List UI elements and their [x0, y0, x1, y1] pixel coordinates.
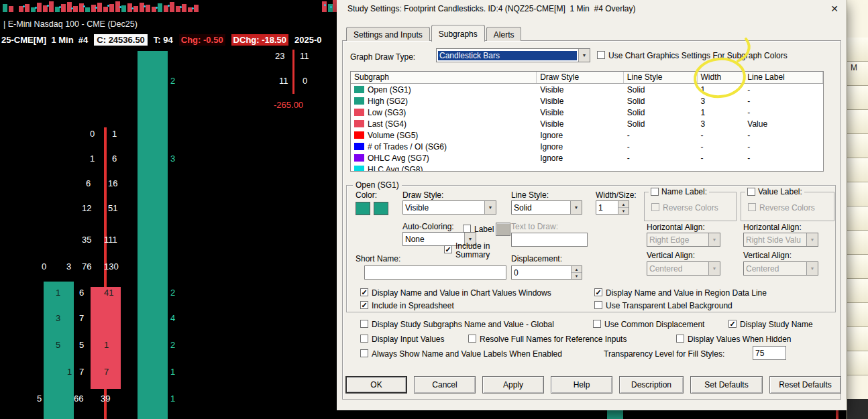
column-header-width[interactable]: Width	[698, 72, 745, 83]
side-panel-cell[interactable]	[847, 303, 868, 327]
side-panel-cell[interactable]	[847, 231, 868, 255]
label-checkbox[interactable]: Label	[463, 225, 494, 234]
side-panel-cell[interactable]	[847, 134, 868, 158]
value-horizontal-align-select[interactable]: Right Side Valu ▼	[743, 233, 818, 247]
chevron-down-icon[interactable]: ▼	[484, 201, 496, 214]
width-size-value: 1	[596, 203, 618, 213]
resolve-full-names-checkbox[interactable]: Resolve Full Names for Reference Inputs	[468, 335, 627, 344]
display-study-name-checkbox[interactable]: ✓ Display Study Name	[728, 320, 813, 329]
checkbox-box[interactable]	[360, 349, 368, 357]
reverse-colors-value-checkbox[interactable]: Reverse Colors	[748, 203, 815, 213]
displacement-spinner[interactable]: 0 ▲▼	[511, 265, 582, 280]
spinner-up-icon[interactable]: ▲	[572, 266, 582, 273]
checkbox-box[interactable]	[651, 203, 659, 211]
name-label-checkbox[interactable]	[651, 188, 659, 196]
column-header-subgraph[interactable]: Subgraph	[351, 72, 537, 83]
subgraph-row[interactable]: # of Trades / OI (SG6)Ignore---	[351, 141, 823, 152]
subgraph-table[interactable]: SubgraphDraw StyleLine StyleWidthLine La…	[350, 71, 824, 172]
display-input-values-checkbox[interactable]: Display Input Values	[360, 335, 445, 344]
checkbox-box[interactable]	[676, 335, 684, 343]
value-vertical-align-select[interactable]: Centered ▼	[743, 261, 818, 276]
checkbox-box[interactable]: ✓	[360, 301, 368, 309]
value-label-checkbox[interactable]	[747, 188, 755, 196]
side-panel-cell[interactable]	[847, 255, 868, 279]
side-panel-cell[interactable]	[847, 86, 868, 110]
include-spreadsheet-checkbox[interactable]: ✓ Include in Spreadsheet	[360, 301, 454, 310]
checkbox-box[interactable]: ✓	[728, 320, 737, 328]
text-to-draw-input[interactable]	[511, 233, 588, 247]
side-panel-cell[interactable]	[847, 206, 868, 231]
cancel-button[interactable]: Cancel	[414, 376, 476, 394]
close-icon[interactable]: ✕	[830, 3, 838, 14]
checkbox-box[interactable]: ✓	[594, 288, 602, 296]
checkbox-box[interactable]	[594, 301, 602, 309]
width-size-spinner[interactable]: 1 ▲▼	[596, 200, 629, 215]
side-panel-cell[interactable]	[847, 158, 868, 182]
tab-subgraphs[interactable]: Subgraphs	[431, 25, 485, 42]
spinner-down-icon[interactable]: ▼	[572, 273, 582, 279]
color-swatch-button-1[interactable]	[356, 202, 370, 215]
subgraph-row[interactable]: Low (SG3)VisibleSolid1-	[351, 107, 823, 118]
short-name-input[interactable]	[364, 265, 506, 280]
transparent-background-checkbox[interactable]: Use Transparent Label Background	[594, 301, 733, 310]
checkbox-box[interactable]: ✓	[444, 245, 452, 253]
reverse-colors-name-checkbox[interactable]: Reverse Colors	[651, 203, 718, 213]
checkbox-box[interactable]	[748, 203, 756, 211]
subgraph-row[interactable]: Volume (SG5)Ignore---	[351, 129, 823, 141]
checkbox-box[interactable]	[360, 320, 368, 328]
draw-style-select[interactable]: Visible ▼	[402, 200, 496, 215]
chevron-down-icon[interactable]: ▼	[708, 233, 720, 246]
label-options-button[interactable]	[496, 223, 510, 236]
side-panel-cell[interactable]	[847, 351, 868, 375]
display-values-hidden-checkbox[interactable]: Display Values When Hidden	[676, 335, 792, 344]
use-chart-graphics-checkbox[interactable]: Use Chart Graphics Settings For Subgraph…	[597, 51, 788, 60]
subgraph-row[interactable]: Open (SG1)VisibleSolid1-	[351, 84, 823, 95]
transparency-input[interactable]: 75	[753, 346, 786, 360]
graph-draw-type-select[interactable]: Candlestick Bars ▼	[436, 48, 590, 62]
column-header-draw-style[interactable]: Draw Style	[537, 72, 624, 83]
side-panel-cell[interactable]	[847, 38, 868, 62]
side-panel-cell[interactable]	[847, 279, 868, 303]
common-displacement-checkbox[interactable]: Use Common Displacement	[593, 320, 704, 329]
global-subgraphs-checkbox[interactable]: Display Study Subgraphs Name and Value -…	[360, 320, 554, 329]
spinner-down-icon[interactable]: ▼	[618, 208, 629, 214]
side-panel-cell[interactable]: M	[847, 62, 868, 86]
help-button[interactable]: Help	[551, 376, 612, 394]
display-region-checkbox[interactable]: ✓ Display Name and Value in Region Data …	[594, 288, 767, 298]
ok-button[interactable]: OK	[345, 376, 407, 394]
checkbox-box[interactable]	[360, 335, 368, 343]
checkbox-box[interactable]	[597, 51, 605, 59]
column-header-line-label[interactable]: Line Label	[744, 72, 823, 83]
description-button[interactable]: Description	[619, 376, 684, 394]
chevron-down-icon[interactable]: ▼	[570, 201, 582, 214]
subgraph-row[interactable]: High (SG2)VisibleSolid3-	[351, 95, 823, 107]
apply-button[interactable]: Apply	[482, 376, 544, 394]
subgraph-row[interactable]: HLC Avg (SG8)	[351, 164, 823, 172]
column-header-line-style[interactable]: Line Style	[624, 72, 698, 83]
chevron-down-icon[interactable]: ▼	[806, 233, 818, 246]
spinner-up-icon[interactable]: ▲	[618, 201, 629, 208]
tab-settings-and-inputs[interactable]: Settings and Inputs	[346, 27, 430, 41]
include-summary-checkbox[interactable]: ✓	[444, 245, 452, 253]
display-chart-values-checkbox[interactable]: ✓ Display Name and Value in Chart Values…	[360, 288, 551, 298]
side-panel-cell[interactable]	[847, 182, 868, 206]
color-swatch-button-2[interactable]	[374, 202, 388, 215]
checkbox-box[interactable]	[463, 225, 471, 233]
set-defaults-button[interactable]: Set Defaults	[690, 376, 763, 394]
always-show-labels-checkbox[interactable]: Always Show Name and Value Labels When E…	[360, 349, 562, 359]
chevron-down-icon[interactable]: ▼	[806, 262, 818, 275]
checkbox-box[interactable]	[468, 335, 476, 343]
chevron-down-icon[interactable]: ▼	[578, 49, 590, 62]
checkbox-box[interactable]: ✓	[360, 288, 368, 296]
side-panel-cell[interactable]	[847, 327, 868, 351]
chevron-down-icon[interactable]: ▼	[708, 262, 720, 275]
line-style-select[interactable]: Solid ▼	[511, 200, 582, 215]
reset-defaults-button[interactable]: Reset Defaults	[769, 376, 841, 394]
side-panel-cell[interactable]	[847, 110, 868, 134]
subgraph-row[interactable]: Last (SG4)VisibleSolid3Value	[351, 118, 823, 129]
tab-alerts[interactable]: Alerts	[486, 27, 522, 41]
subgraph-row[interactable]: OHLC Avg (SG7)Ignore---	[351, 152, 823, 164]
name-vertical-align-select[interactable]: Centered ▼	[647, 261, 720, 276]
name-horizontal-align-select[interactable]: Right Edge ▼	[647, 233, 720, 247]
checkbox-box[interactable]	[593, 320, 601, 328]
